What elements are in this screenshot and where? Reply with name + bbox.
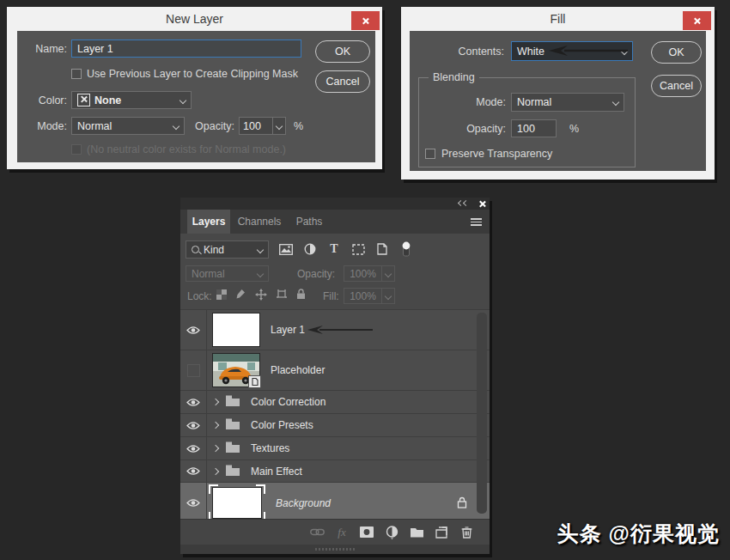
layer-row-layer1[interactable]: Layer 1 [180, 310, 490, 350]
layer-thumbnail[interactable] [212, 313, 260, 347]
contents-dropdown-value: White [517, 46, 544, 58]
filter-shape-layers-icon[interactable] [350, 241, 366, 257]
fill-dialog-title: Fill [401, 7, 715, 31]
search-icon [192, 246, 199, 253]
layer-style-fx-icon[interactable]: fx [334, 525, 350, 540]
fill-dialog: Fill Contents: White OK Cancel Blending … [401, 7, 715, 180]
percent-sign: % [569, 123, 579, 135]
panel-tab-bar: Layers Channels Paths [180, 210, 490, 234]
color-dropdown[interactable]: None [71, 91, 192, 109]
filter-kind-dropdown[interactable]: Kind [186, 240, 269, 259]
add-adjustment-layer-icon[interactable] [384, 525, 399, 540]
cancel-button[interactable]: Cancel [315, 70, 370, 93]
new-layer-dialog: New Layer Name: OK Use Previous Layer to… [7, 7, 382, 169]
filter-type-layers-icon[interactable]: T [326, 241, 342, 257]
mode-dropdown[interactable]: Normal [511, 93, 624, 112]
expand-chevron-icon[interactable] [212, 467, 219, 474]
filter-pixel-layers-icon[interactable] [278, 241, 294, 257]
mode-label: Mode: [427, 96, 506, 108]
tab-layers[interactable]: Layers [187, 210, 230, 234]
hidden-eye-well-icon [187, 364, 200, 377]
visibility-toggle[interactable] [180, 460, 207, 482]
layer-thumbnail[interactable] [209, 484, 265, 521]
lock-all-icon[interactable] [295, 289, 307, 301]
lock-position-move-icon[interactable] [254, 288, 267, 301]
opacity-dropdown: 100% [344, 265, 395, 282]
opacity-value: 100% [344, 268, 381, 280]
clipping-mask-checkbox[interactable] [71, 69, 82, 79]
visibility-toggle[interactable] [180, 310, 207, 350]
opacity-input[interactable]: 100 [511, 119, 557, 137]
fill-label: Fill: [323, 290, 339, 302]
ok-button[interactable]: OK [651, 41, 702, 64]
chevron-down-icon [612, 99, 619, 106]
layer-thumbnail[interactable] [212, 353, 260, 387]
new-layer-icon[interactable] [434, 525, 449, 540]
layer-name[interactable]: Background [276, 497, 331, 509]
group-name[interactable]: Color Presets [251, 419, 313, 431]
visibility-toggle[interactable] [180, 414, 207, 436]
collapse-panel-icon[interactable] [459, 201, 468, 205]
preserve-transparency-checkbox[interactable] [425, 149, 435, 159]
close-icon [362, 17, 369, 25]
opacity-label: Opacity: [297, 268, 335, 280]
link-layers-icon[interactable] [309, 525, 325, 540]
color-dropdown-value: None [94, 94, 121, 107]
filter-toggle-icon[interactable] [398, 241, 414, 257]
lock-pixels-brush-icon[interactable] [234, 289, 246, 301]
filter-smart-objects-icon[interactable] [374, 241, 390, 257]
expand-chevron-icon[interactable] [212, 422, 219, 429]
new-group-folder-icon[interactable] [409, 525, 424, 540]
none-color-swatch-icon [77, 94, 90, 107]
blend-mode-dropdown: Normal [186, 265, 269, 282]
tab-channels[interactable]: Channels [233, 210, 286, 234]
layer-name[interactable]: Layer 1 [271, 324, 305, 336]
panel-menu-icon[interactable] [471, 218, 482, 226]
opacity-dropdown-button[interactable] [272, 117, 286, 135]
panel-resize-handle[interactable] [180, 545, 490, 554]
fill-dialog-body: Contents: White OK Cancel Blending Mode:… [410, 31, 706, 171]
lock-artboard-icon[interactable] [275, 289, 288, 301]
mode-dropdown[interactable]: Normal [71, 117, 185, 135]
filter-icons: T [278, 241, 414, 257]
layers-panel: Layers Channels Paths Kind T Normal Opac… [180, 198, 490, 554]
tab-paths[interactable]: Paths [290, 210, 328, 234]
opacity-label: Opacity: [427, 123, 506, 135]
panel-scrollbar[interactable] [477, 313, 487, 514]
chevron-down-icon [173, 122, 179, 129]
layer-name[interactable]: Placeholder [271, 364, 325, 376]
filter-adjustment-layers-icon[interactable] [302, 241, 318, 257]
fill-value: 100% [344, 290, 381, 302]
name-label: Name: [17, 43, 67, 55]
folder-icon [225, 464, 240, 479]
group-row-color-correction[interactable]: Color Correction [180, 391, 490, 414]
group-row-main-effect[interactable]: Main Effect [180, 460, 490, 483]
opacity-label: Opacity: [195, 120, 234, 132]
panel-title-bar [180, 198, 490, 210]
group-name[interactable]: Main Effect [251, 466, 302, 478]
opacity-input[interactable]: 100 [239, 117, 273, 135]
visibility-toggle[interactable] [180, 437, 207, 460]
visibility-toggle[interactable] [180, 483, 207, 523]
visibility-toggle[interactable] [180, 391, 207, 413]
cancel-button[interactable]: Cancel [651, 75, 702, 97]
group-name[interactable]: Color Correction [251, 396, 325, 408]
new-layer-close-button[interactable] [351, 11, 380, 30]
layer-name-input[interactable] [71, 40, 301, 58]
layer-row-placeholder[interactable]: Placeholder [180, 350, 490, 391]
group-row-color-presets[interactable]: Color Presets [180, 414, 490, 437]
group-row-textures[interactable]: Textures [180, 437, 490, 460]
fill-close-button[interactable] [683, 11, 711, 30]
lock-transparency-icon[interactable] [216, 289, 227, 300]
group-name[interactable]: Textures [251, 442, 289, 454]
close-icon [693, 17, 701, 25]
visibility-toggle[interactable] [180, 350, 207, 390]
contents-label: Contents: [410, 46, 504, 58]
expand-chevron-icon[interactable] [212, 445, 219, 452]
add-layer-mask-icon[interactable] [359, 525, 374, 540]
expand-chevron-icon[interactable] [212, 399, 219, 405]
layer-row-background[interactable]: Background [180, 483, 490, 524]
neutral-color-note: (No neutral color exists for Normal mode… [87, 143, 286, 155]
delete-layer-trash-icon[interactable] [459, 525, 474, 540]
ok-button[interactable]: OK [315, 40, 370, 63]
